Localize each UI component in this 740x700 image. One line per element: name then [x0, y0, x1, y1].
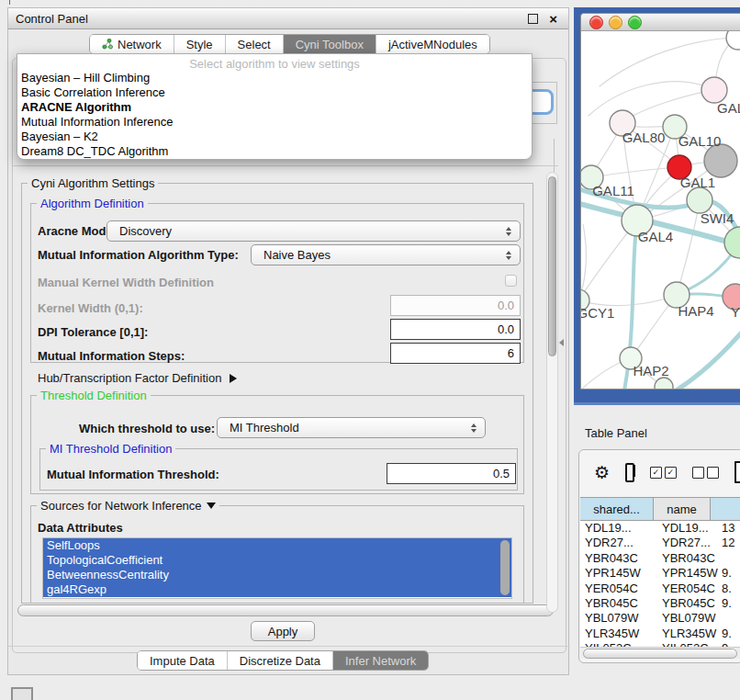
column-header-extra[interactable]	[711, 497, 740, 521]
table-row[interactable]: YDL19...YDL19...13	[580, 521, 740, 536]
document-icon[interactable]	[734, 461, 740, 483]
list-item-betweennesscentrality[interactable]: BetweennessCentrality	[43, 568, 511, 582]
graph-node[interactable]	[687, 187, 712, 213]
minimize-light[interactable]	[609, 16, 622, 29]
bottom-tabs: Impute Data Discretize Data Infer Networ…	[137, 650, 429, 671]
data-attributes-list[interactable]: SelfLoops TopologicalCoefficient Between…	[42, 537, 512, 599]
zoom-light[interactable]	[628, 16, 642, 29]
table-cell: YPR145W	[657, 566, 718, 581]
kernel-width-value: 0.0	[498, 299, 514, 312]
kernel-width-field[interactable]: 0.0	[390, 295, 521, 316]
table-row[interactable]: YPR145WYPR145W9.	[580, 566, 740, 581]
sources-title-text: Sources for Network Inference	[40, 499, 202, 513]
list-item-topologicalcoefficient[interactable]: TopologicalCoefficient	[43, 553, 511, 568]
table-row[interactable]: YDR27...YDR27...12	[580, 536, 740, 550]
dpi-tolerance-field[interactable]: 0.0	[390, 319, 521, 340]
table-cell: YPR145W	[580, 566, 657, 581]
screen: Control Panel × Network Style Select Cyn	[0, 0, 740, 700]
docked-window-icon[interactable]	[11, 687, 33, 700]
list-item-gal4rgexp[interactable]: gal4RGexp	[43, 582, 511, 597]
manual-kernel-checkbox[interactable]	[505, 275, 517, 287]
float-icon[interactable]	[528, 14, 538, 24]
settings-horizontal-scrollbar[interactable]	[17, 604, 554, 616]
list-scrollbar[interactable]	[500, 540, 510, 595]
algorithm-definition-title: Algorithm Definition	[37, 197, 148, 210]
mi-type-label: Mutual Information Algorithm Type:	[38, 248, 239, 262]
table-hscroll-track[interactable]	[580, 647, 740, 659]
kernel-width-label: Kernel Width (0,1):	[38, 301, 143, 315]
table-cell: YBR045C	[657, 596, 718, 611]
aracne-mode-value: Discovery	[119, 224, 172, 238]
table-cell: 13	[718, 521, 740, 536]
close-icon[interactable]: ×	[549, 15, 557, 23]
graph-node-label: HAP2	[633, 363, 668, 378]
dropdown-item-mutual-information-inference[interactable]: Mutual Information Inference	[17, 115, 532, 130]
list-item-selfloops[interactable]: SelfLoops	[43, 538, 511, 553]
graph-node[interactable]	[704, 144, 737, 177]
tab-discretize-data[interactable]: Discretize Data	[227, 651, 332, 670]
table-row[interactable]: YBR045CYBR045C9.	[580, 596, 740, 611]
dropdown-item-bayesian-hill-climbing[interactable]: Bayesian – Hill Climbing	[17, 71, 532, 85]
mi-steps-value: 6	[508, 346, 514, 360]
graph-edge	[581, 295, 677, 306]
hub-definition-expander[interactable]: Hub/Transcription Factor Definition	[38, 371, 237, 385]
graph-node-swi4[interactable]	[724, 227, 740, 258]
tab-select[interactable]: Select	[225, 35, 283, 53]
gear-icon[interactable]: ⚙	[594, 464, 610, 481]
graph-node-label: SWI4	[701, 210, 734, 226]
network-graph[interactable]: GALGAL80GAL10GAL1GAL11GAL4SWI4HAP4YGCY1H…	[581, 31, 740, 390]
graph-node-gal[interactable]	[701, 77, 727, 103]
sources-group-title[interactable]: Sources for Network Inference	[37, 499, 219, 513]
graph-edge	[666, 329, 740, 390]
mi-type-combo[interactable]: Naive Bayes	[251, 244, 521, 265]
table-row[interactable]: YLR345WYLR345W9.	[580, 627, 740, 641]
tab-infer-network[interactable]: Infer Network	[332, 651, 428, 670]
unchecked-boxes-icon[interactable]	[692, 467, 719, 479]
table-cell: YER054C	[657, 581, 718, 596]
column-header-name[interactable]: name	[654, 497, 711, 521]
settings-vertical-scrollbar[interactable]	[546, 172, 558, 613]
checked-boxes-icon[interactable]: ✓✓	[650, 467, 677, 479]
apply-button[interactable]: Apply	[251, 621, 315, 641]
dropdown-item-basic-correlation-inference[interactable]: Basic Correlation Inference	[17, 85, 532, 100]
settings-scrollbar-thumb[interactable]	[548, 176, 556, 356]
table-panel-window: ⚙ ✓✓ shared... name YDL19...YDL19...13YD…	[578, 449, 740, 663]
tab-impute-data-label: Impute Data	[150, 654, 215, 668]
tab-style[interactable]: Style	[174, 35, 225, 53]
hub-definition-label: Hub/Transcription Factor Definition	[38, 371, 221, 385]
triangle-down-icon	[207, 502, 216, 509]
dropdown-item-dream8-dc-tdc[interactable]: Dream8 DC_TDC Algorithm	[17, 144, 532, 159]
tab-network-label: Network	[118, 38, 162, 51]
aracne-mode-combo[interactable]: Discovery	[107, 220, 521, 242]
table-cell: YLR345W	[657, 627, 718, 641]
table-cell: YDL19...	[580, 521, 657, 536]
tab-impute-data[interactable]: Impute Data	[138, 651, 227, 670]
table-row[interactable]: YBR043CYBR043C	[580, 551, 740, 566]
splitter-collapse-icon[interactable]	[559, 339, 564, 346]
tab-jactivemnodules[interactable]: jActiveMNodules	[376, 35, 489, 53]
which-threshold-value: MI Threshold	[230, 421, 299, 435]
mi-steps-field[interactable]: 6	[390, 343, 521, 364]
table-cell: 12	[718, 536, 740, 550]
table-row[interactable]: YBL079WYBL079W	[580, 611, 740, 626]
graph-node[interactable]	[726, 31, 740, 50]
which-threshold-combo[interactable]: MI Threshold	[217, 417, 486, 438]
graph-edge	[591, 167, 679, 177]
tab-cyni-toolbox[interactable]: Cyni Toolbox	[283, 35, 376, 53]
dropdown-item-bayesian-k2[interactable]: Bayesian – K2	[17, 130, 532, 144]
aracne-mode-label: Aracne Mode:	[38, 224, 117, 238]
graph-node[interactable]	[655, 378, 673, 390]
table-cell: 8.	[718, 581, 740, 596]
table-row[interactable]: YER054CYER054C8.	[580, 581, 740, 596]
mi-threshold-field[interactable]: 0.5	[387, 463, 516, 484]
tab-network[interactable]: Network	[90, 35, 174, 53]
graph-node-label: GCY1	[581, 305, 614, 321]
column-header-shared[interactable]: shared...	[580, 497, 654, 521]
algorithm-dropdown-list: Select algorithm to view settings Bayesi…	[17, 53, 533, 160]
split-columns-icon[interactable]	[625, 463, 634, 482]
spinner-arrows-icon	[471, 423, 477, 433]
close-light[interactable]	[589, 16, 603, 29]
dropdown-item-aracne-algorithm[interactable]: ARACNE Algorithm	[17, 100, 532, 115]
table-hscroll-thumb[interactable]	[583, 649, 737, 659]
tab-jactivemnodules-label: jActiveMNodules	[388, 38, 477, 51]
